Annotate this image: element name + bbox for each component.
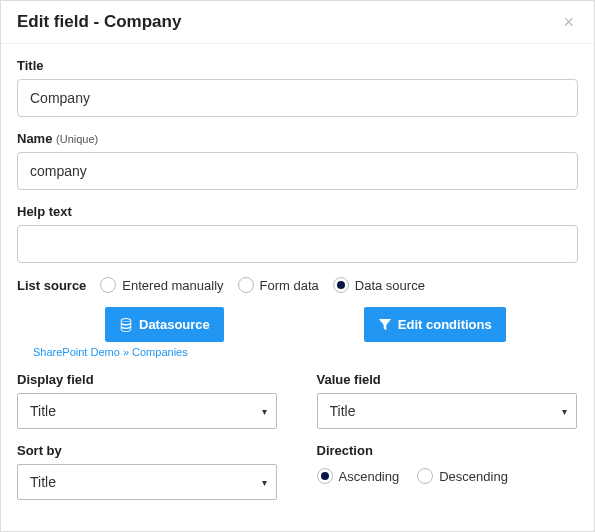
radio-manual[interactable]: Entered manually <box>100 277 223 293</box>
help-text-input[interactable] <box>17 225 578 263</box>
value-field-label: Value field <box>317 372 579 387</box>
source-path-link[interactable]: SharePoint Demo » Companies <box>17 346 578 358</box>
datasource-button[interactable]: Datasource <box>105 307 224 342</box>
name-input[interactable] <box>17 152 578 190</box>
value-field-select[interactable]: Title <box>317 393 577 429</box>
radio-form-data[interactable]: Form data <box>238 277 319 293</box>
sort-by-label: Sort by <box>17 443 279 458</box>
radio-ascending[interactable]: Ascending <box>317 468 400 484</box>
edit-field-modal: Edit field - Company × Title Name (Uniqu… <box>0 0 595 532</box>
title-input[interactable] <box>17 79 578 117</box>
list-source-label: List source <box>17 278 86 293</box>
title-label: Title <box>17 58 578 73</box>
modal-header: Edit field - Company × <box>1 1 594 44</box>
filter-icon <box>378 318 392 332</box>
modal-title: Edit field - Company <box>17 12 181 32</box>
display-field-label: Display field <box>17 372 279 387</box>
sort-by-select[interactable]: Title <box>17 464 277 500</box>
help-text-label: Help text <box>17 204 578 219</box>
close-button[interactable]: × <box>559 11 578 33</box>
direction-label: Direction <box>317 443 579 458</box>
edit-conditions-button[interactable]: Edit conditions <box>364 307 506 342</box>
display-field-select[interactable]: Title <box>17 393 277 429</box>
radio-data-source[interactable]: Data source <box>333 277 425 293</box>
radio-descending[interactable]: Descending <box>417 468 508 484</box>
name-label: Name (Unique) <box>17 131 578 146</box>
database-icon <box>119 318 133 332</box>
modal-body: Title Name (Unique) Help text List sourc… <box>1 44 594 514</box>
